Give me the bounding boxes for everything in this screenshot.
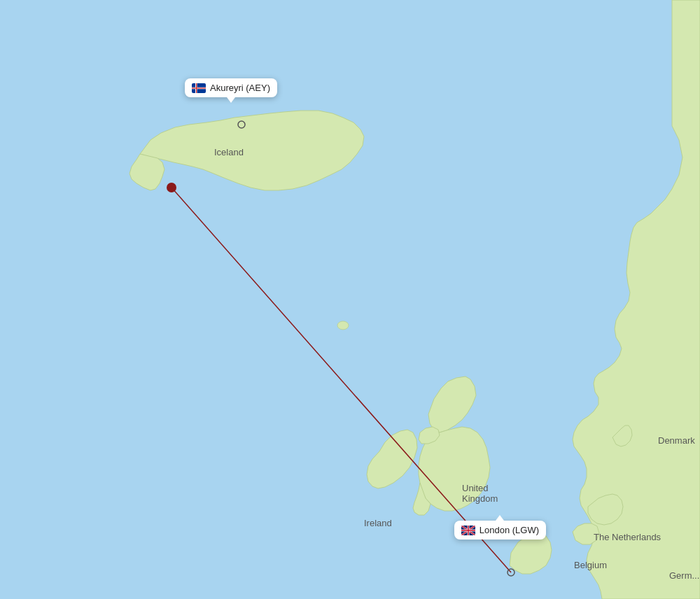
faroe-islands (337, 321, 349, 330)
reykjavik-dot (167, 183, 176, 192)
map-container: Iceland Ireland UnitedKingdom Denmark Th… (0, 0, 700, 599)
map-svg (0, 0, 700, 599)
